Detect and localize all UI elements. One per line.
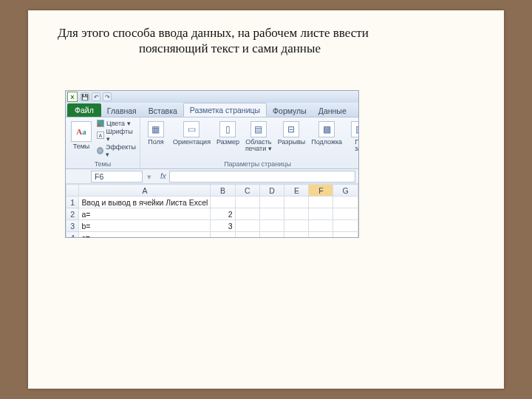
- cell-G3[interactable]: [333, 220, 358, 232]
- save-icon[interactable]: 💾: [81, 92, 89, 101]
- caption-line1: Для этого способа ввода данных, на рабоч…: [58, 26, 369, 40]
- themes-button[interactable]: Aa Темы: [69, 120, 94, 160]
- margins-button[interactable]: ▦Поля: [143, 120, 168, 160]
- print-titles-icon: ▥: [351, 121, 359, 137]
- cell-C3[interactable]: [235, 220, 259, 232]
- undo-icon[interactable]: ↶: [92, 92, 100, 101]
- margins-icon: ▦: [148, 121, 164, 137]
- ribbon-tabs: Файл Главная Вставка Разметка страницы Ф…: [66, 103, 358, 117]
- cell-E4[interactable]: [284, 232, 309, 239]
- cell-D1[interactable]: [259, 197, 284, 208]
- print-area-button[interactable]: ▤Область печати ▾: [244, 120, 273, 160]
- tab-insert[interactable]: Вставка: [143, 104, 183, 117]
- cell-D3[interactable]: [259, 220, 284, 232]
- formula-bar: F6 ▾ fx: [66, 169, 358, 184]
- group-label-themes: Темы: [69, 160, 137, 168]
- tab-data[interactable]: Данные: [313, 104, 352, 117]
- colors-icon: [97, 120, 104, 127]
- slide-caption: Для этого способа ввода данных, на рабоч…: [58, 25, 471, 57]
- col-header-B[interactable]: B: [211, 185, 235, 197]
- orientation-icon: ▭: [183, 121, 200, 137]
- cell-F3[interactable]: [309, 220, 333, 232]
- excel-screenshot: X 💾 ↶ ↷ Файл Главная Вставка Разметка ст…: [65, 90, 359, 238]
- cell-F2[interactable]: [309, 208, 333, 220]
- colors-button[interactable]: Цвета ▾: [97, 120, 137, 127]
- cell-A3[interactable]: b=: [79, 220, 211, 232]
- cell-B4[interactable]: [211, 232, 235, 239]
- caption-line2: поясняющий текст и сами данные: [58, 41, 471, 56]
- fonts-icon: A: [97, 132, 104, 139]
- tab-page-layout[interactable]: Разметка страницы: [183, 103, 267, 117]
- group-themes: Aa Темы Цвета ▾ AШрифты ▾ Эффекты ▾ Темы: [66, 117, 140, 168]
- orientation-button[interactable]: ▭Ориентация: [171, 120, 212, 160]
- cell-G1[interactable]: [333, 197, 358, 208]
- tab-file[interactable]: Файл: [67, 103, 101, 117]
- title-bar: X 💾 ↶ ↷: [66, 91, 358, 103]
- print-titles-button[interactable]: ▥Пе заг: [347, 120, 359, 160]
- cell-A4[interactable]: c=: [79, 232, 211, 239]
- tab-home[interactable]: Главная: [101, 104, 143, 117]
- col-header-C[interactable]: C: [235, 185, 259, 197]
- cell-E2[interactable]: [284, 208, 309, 220]
- cell-A2[interactable]: a=: [79, 208, 211, 220]
- name-box[interactable]: F6: [91, 171, 143, 183]
- redo-icon[interactable]: ↷: [103, 92, 112, 101]
- cell-G4[interactable]: [333, 232, 358, 239]
- col-header-A[interactable]: A: [79, 185, 211, 197]
- cell-E3[interactable]: [284, 220, 309, 232]
- row-header-2[interactable]: 2: [66, 208, 79, 220]
- ribbon: Aa Темы Цвета ▾ AШрифты ▾ Эффекты ▾ Темы…: [66, 117, 358, 169]
- row-header-3[interactable]: 3: [66, 220, 79, 232]
- cell-D4[interactable]: [259, 232, 284, 239]
- excel-icon: X: [67, 92, 78, 102]
- col-header-G[interactable]: G: [333, 185, 358, 197]
- row-header-1[interactable]: 1: [66, 197, 79, 208]
- themes-icon: Aa: [71, 121, 92, 142]
- breaks-button[interactable]: ⊟Разрывы: [276, 120, 307, 160]
- cell-C4[interactable]: [235, 232, 259, 239]
- fx-icon[interactable]: fx: [160, 172, 166, 180]
- breaks-icon: ⊟: [283, 121, 299, 137]
- size-button[interactable]: ▯Размер: [215, 120, 241, 160]
- cell-C1[interactable]: [235, 197, 259, 208]
- size-icon: ▯: [219, 121, 236, 137]
- cell-F4[interactable]: [309, 232, 333, 239]
- effects-button[interactable]: Эффекты ▾: [97, 143, 137, 158]
- cell-A1[interactable]: Ввод и вывод в ячейки Листа Excel: [79, 197, 211, 208]
- cell-C2[interactable]: [235, 208, 259, 220]
- cell-G2[interactable]: [333, 208, 358, 220]
- cell-B3[interactable]: 3: [211, 220, 235, 232]
- col-header-D[interactable]: D: [259, 185, 284, 197]
- background-icon: ▩: [318, 121, 335, 137]
- col-header-F[interactable]: F: [309, 185, 333, 197]
- quick-access-toolbar: 💾 ↶ ↷: [81, 92, 112, 101]
- cell-B1[interactable]: [211, 197, 235, 208]
- print-area-icon: ▤: [250, 121, 267, 137]
- col-header-E[interactable]: E: [284, 185, 309, 197]
- theme-options: Цвета ▾ AШрифты ▾ Эффекты ▾: [97, 120, 137, 160]
- row-header-4[interactable]: 4: [66, 232, 79, 239]
- formula-input[interactable]: [169, 171, 355, 183]
- fonts-button[interactable]: AШрифты ▾: [97, 128, 137, 143]
- background-button[interactable]: ▩Подложка: [310, 120, 344, 160]
- cell-E1[interactable]: [284, 197, 309, 208]
- effects-icon: [97, 147, 103, 154]
- cell-B2[interactable]: 2: [211, 208, 235, 220]
- slide: Для этого способа ввода данных, на рабоч…: [28, 10, 504, 389]
- cell-D2[interactable]: [259, 208, 284, 220]
- tab-formulas[interactable]: Формулы: [267, 104, 313, 117]
- select-all-corner[interactable]: [66, 185, 79, 197]
- group-page-setup: ▦Поля ▭Ориентация ▯Размер ▤Область печат…: [140, 117, 359, 168]
- worksheet-grid[interactable]: ABCDEFG1Ввод и вывод в ячейки Листа Exce…: [66, 184, 358, 238]
- cell-F1[interactable]: [309, 197, 333, 208]
- group-label-pagesetup: Параметры страницы: [143, 160, 359, 168]
